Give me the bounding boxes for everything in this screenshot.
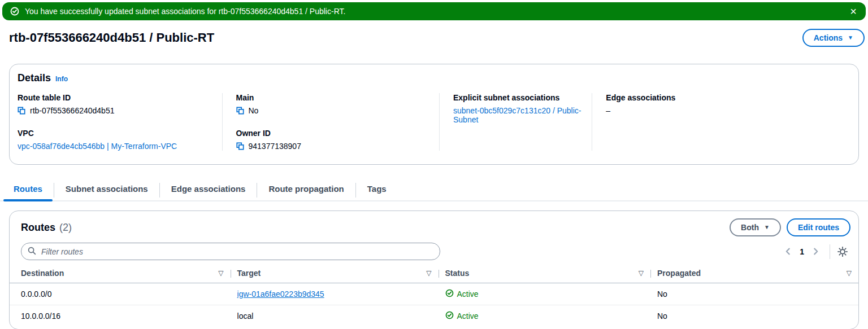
column-header-destination[interactable]: Destination▽ [10, 266, 231, 283]
details-heading: Details [18, 72, 51, 84]
tab-route-propagation[interactable]: Route propagation [257, 179, 355, 200]
igw-target-link[interactable]: igw-01a6fae0223b9d345 [237, 289, 324, 299]
current-page-number[interactable]: 1 [795, 247, 809, 256]
tab-routes[interactable]: Routes [2, 179, 54, 200]
column-header-propagated[interactable]: Propagated▽ [650, 266, 858, 283]
page-title: rtb-07f553666240d4b51 / Public-RT [9, 30, 214, 45]
field-label: Explicit subnet associations [453, 93, 583, 102]
search-icon [28, 247, 36, 257]
status-badge: Active [457, 312, 479, 321]
routes-title: Routes [21, 222, 55, 234]
both-dropdown-label: Both [741, 222, 759, 233]
sort-icon[interactable]: ▽ [847, 269, 852, 277]
subnet-association-link[interactable]: subnet-0bc5f029c7c131c20 / Public-Subnet [453, 106, 583, 124]
routes-count: (2) [59, 222, 72, 234]
sort-icon[interactable]: ▽ [639, 269, 644, 277]
target-cell: igw-01a6fae0223b9d345 [231, 283, 439, 305]
status-active-icon [445, 289, 454, 299]
details-column-1: Route table ID rtb-07f553666240d4b51 VPC… [10, 93, 222, 151]
propagated-cell: No [650, 283, 858, 305]
success-message: You have successfully updated subnet ass… [25, 7, 345, 16]
filter-routes-searchbox[interactable] [21, 243, 440, 260]
details-column-2: Main No Owner ID 941377138907 [222, 93, 440, 151]
routes-filter-row: 1 [10, 241, 858, 266]
local-target: local [237, 312, 254, 321]
column-header-target[interactable]: Target▽ [231, 266, 439, 283]
field-label: VPC [18, 129, 213, 138]
success-banner: You have successfully updated subnet ass… [2, 2, 866, 20]
routes-panel: Routes (2) Both ▼ Edit routes 1 [9, 210, 859, 329]
status-cell: Active [439, 283, 651, 305]
pagination: 1 [781, 244, 848, 259]
route-table-id-value: rtb-07f553666240d4b51 [30, 106, 114, 115]
field-label: Owner ID [236, 129, 431, 138]
filter-routes-input[interactable] [40, 247, 433, 257]
gear-icon[interactable] [837, 246, 848, 257]
destination-cell: 10.0.0.0/16 [10, 305, 231, 329]
pagination-divider [830, 244, 830, 259]
main-value: No [249, 106, 259, 115]
table-row: 10.0.0.0/16 local Active No [10, 305, 858, 329]
destination-cell: 0.0.0.0/0 [10, 283, 231, 305]
owner-id-value: 941377138907 [249, 142, 301, 151]
field-label: Edge associations [606, 93, 849, 102]
status-active-icon [445, 311, 454, 321]
tab-subnet-associations[interactable]: Subnet associations [54, 179, 159, 200]
success-check-icon [10, 7, 19, 16]
page-header: rtb-07f553666240d4b51 / Public-RT Action… [9, 29, 865, 47]
route-table-details-page: { "icons": { "caret_down": "▼", "sort": … [0, 0, 868, 329]
details-grid: Route table ID rtb-07f553666240d4b51 VPC… [10, 93, 858, 151]
vpc-link[interactable]: vpc-058af76de4cb546bb | My-Terraform-VPC [18, 142, 177, 151]
field-label: Route table ID [18, 93, 213, 102]
table-row: 0.0.0.0/0 igw-01a6fae0223b9d345 Active N… [10, 283, 858, 305]
field-vpc: VPC vpc-058af76de4cb546bb | My-Terraform… [18, 129, 213, 151]
info-link[interactable]: Info [55, 75, 68, 83]
tab-bar: Routes Subnet associations Edge associat… [0, 179, 868, 201]
actions-button-label: Actions [814, 32, 843, 43]
copy-icon[interactable] [236, 142, 244, 150]
copy-icon[interactable] [236, 107, 244, 115]
field-main: Main No [236, 93, 431, 115]
chevron-left-icon[interactable] [781, 247, 795, 256]
sort-icon[interactable]: ▽ [426, 269, 431, 277]
field-label: Main [236, 93, 431, 102]
routes-table-header-row: Destination▽ Target▽ Status▽ Propagated▽ [10, 266, 858, 283]
close-icon[interactable]: × [849, 6, 858, 17]
field-explicit-subnet-associations: Explicit subnet associations subnet-0bc5… [453, 93, 583, 124]
routes-table: Destination▽ Target▽ Status▽ Propagated▽… [10, 266, 858, 329]
details-column-4: Edge associations – [592, 93, 858, 151]
target-cell: local [231, 305, 439, 329]
tab-tags[interactable]: Tags [356, 179, 398, 200]
edge-associations-value: – [606, 106, 610, 115]
copy-icon[interactable] [18, 107, 25, 115]
tab-edge-associations[interactable]: Edge associations [160, 179, 257, 200]
chevron-down-icon: ▼ [764, 225, 770, 230]
status-cell: Active [439, 305, 651, 329]
field-owner-id: Owner ID 941377138907 [236, 129, 431, 151]
details-panel: Details Info Route table ID rtb-07f55366… [9, 64, 859, 165]
routes-panel-header: Routes (2) Both ▼ Edit routes [10, 211, 858, 241]
status-badge: Active [457, 289, 479, 299]
edit-routes-button[interactable]: Edit routes [787, 218, 850, 236]
actions-button[interactable]: Actions ▼ [802, 29, 865, 47]
chevron-down-icon: ▼ [848, 35, 853, 41]
details-heading-row: Details Info [10, 72, 858, 93]
field-edge-associations: Edge associations – [606, 93, 849, 115]
propagated-cell: No [650, 305, 858, 329]
sort-icon[interactable]: ▽ [218, 269, 223, 277]
chevron-right-icon[interactable] [809, 247, 823, 256]
field-route-table-id: Route table ID rtb-07f553666240d4b51 [18, 93, 213, 115]
column-header-status[interactable]: Status▽ [439, 266, 651, 283]
both-dropdown[interactable]: Both ▼ [730, 218, 781, 236]
details-column-3: Explicit subnet associations subnet-0bc5… [439, 93, 592, 151]
